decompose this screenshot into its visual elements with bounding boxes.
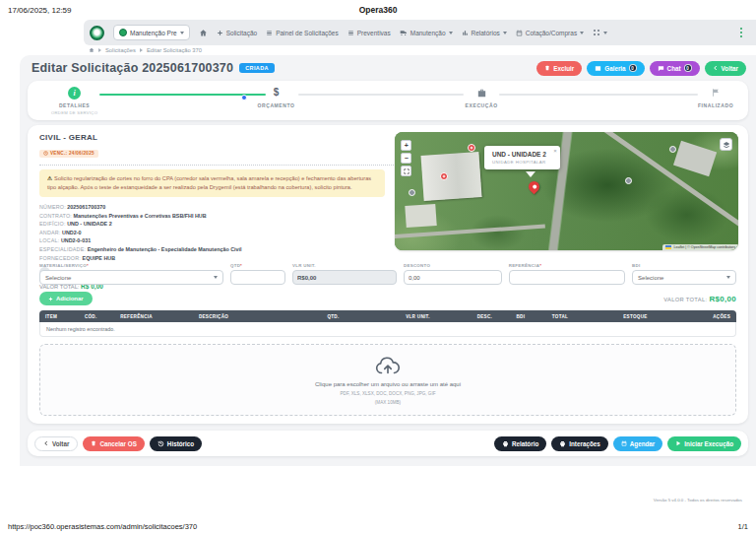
chevron-down-icon <box>726 276 730 279</box>
stepper-line <box>499 94 697 96</box>
bdi-select[interactable]: Selecione <box>632 270 736 285</box>
empty-table-row: Nenhum registro encontrado. <box>39 322 736 337</box>
breadcrumb-current: Editar Solicitação 370 <box>147 47 202 53</box>
adicionar-button[interactable]: Adicionar <box>39 292 93 305</box>
qtd-field: QTD* <box>230 263 285 285</box>
iniciar-execucao-button[interactable]: Iniciar Execução <box>667 436 741 451</box>
chat-count-badge: 0 <box>684 64 692 72</box>
nav-modules[interactable] <box>593 29 607 36</box>
form-valor-total-label: VALOR TOTAL: <box>663 297 707 302</box>
page-title: Editar Solicitação 2025061700370 <box>32 61 233 75</box>
step-finalizado-label: FINALIZADO <box>698 102 733 108</box>
step-execucao[interactable]: EXECUÇÃO <box>437 86 526 108</box>
galeria-button[interactable]: Galeria 0 <box>587 61 644 76</box>
step-orcamento[interactable]: $ ORÇAMENTO <box>232 86 321 108</box>
expand-icon <box>404 168 410 174</box>
nav-home[interactable] <box>199 29 208 37</box>
location-map[interactable]: × UND - UNIDADE 2 UNIDADE HOSPITALAR + −… <box>395 132 738 250</box>
historico-label: Histórico <box>167 440 194 447</box>
nav-relatorios[interactable]: Relatórios <box>462 30 507 36</box>
field-numero: NÚMERO: 2025061700370 <box>39 204 385 211</box>
breadcrumb-solicitacoes[interactable]: Solicitações <box>105 47 136 53</box>
clock-icon <box>43 151 48 156</box>
historico-button[interactable]: Histórico <box>150 436 202 451</box>
close-icon[interactable]: × <box>553 148 557 154</box>
file-upload-dropzone[interactable]: Clique para escolher um arquivo ou arras… <box>39 344 736 416</box>
chevron-left-icon <box>713 65 719 71</box>
col-item: ITEM <box>45 314 85 319</box>
agendar-button[interactable]: Agendar <box>613 436 663 451</box>
chat-button[interactable]: Chat 0 <box>650 61 700 76</box>
fullscreen-button[interactable] <box>401 166 411 176</box>
map-marker-icon[interactable] <box>409 189 415 196</box>
cancelar-os-button[interactable]: Cancelar OS <box>83 436 144 451</box>
page-header: Editar Solicitação 2025061700370 CRIADA … <box>32 57 746 79</box>
col-acoes: AÇÕES <box>688 314 731 319</box>
material-servico-select[interactable]: Selecione <box>39 270 223 285</box>
vlr-unit-field: VLR UNIT. <box>292 263 397 285</box>
nav-painel-solicitacoes[interactable]: Painel de Solicitações <box>266 30 339 36</box>
overflow-menu-button[interactable] <box>736 26 747 40</box>
field-edificio: EDIFÍCIO: UND - UNIDADE 2 <box>39 221 385 228</box>
hospital-marker-icon[interactable] <box>468 144 475 152</box>
interacoes-button[interactable]: Interações <box>551 436 608 451</box>
bdi-value: Selecione <box>638 275 663 281</box>
cancelar-os-label: Cancelar OS <box>99 440 136 447</box>
desconto-label: DESCONTO <box>404 263 502 268</box>
map-building <box>405 204 437 228</box>
printer-icon <box>502 440 509 447</box>
breadcrumb-separator <box>140 48 143 52</box>
desconto-field: DESCONTO <box>404 263 502 285</box>
add-row: Adicionar VALOR TOTAL:R$0,00 <box>39 292 736 305</box>
truck-icon <box>400 29 408 36</box>
due-badge-label: VENC.: 24/06/2025 <box>50 151 94 156</box>
form-valor-total-value: R$0,00 <box>709 295 736 303</box>
calendar-icon <box>621 440 627 446</box>
map-marker-icon[interactable] <box>625 177 632 184</box>
referencia-input[interactable] <box>509 270 625 285</box>
col-vlr-unit: VLR UNIT. <box>406 314 477 319</box>
vlr-unit-input <box>292 270 397 285</box>
nav-manutencao-label: Manutenção <box>410 30 446 36</box>
flag-icon <box>711 88 721 98</box>
relatorio-button[interactable]: Relatório <box>494 436 546 451</box>
voltar-top-button[interactable]: Voltar <box>705 61 746 76</box>
col-bdi: BDI <box>517 314 552 319</box>
qtd-input[interactable] <box>230 270 285 285</box>
referencia-label: REFERÊNCIA <box>509 263 540 268</box>
step-detalhes[interactable]: i DETALHES ORDEM DE SERVIÇO <box>31 86 119 115</box>
zoom-out-button[interactable]: − <box>401 153 411 164</box>
nav-painel-label: Painel de Solicitações <box>276 30 339 36</box>
nav-cotacao-compras[interactable]: Cotação/Compras <box>516 30 584 36</box>
voltar-bottom-button[interactable]: Voltar <box>34 436 78 451</box>
module-dropdown[interactable]: Manutenção Pre <box>113 25 190 40</box>
step-finalizado[interactable]: FINALIZADO <box>671 86 756 108</box>
chat-icon <box>658 65 664 72</box>
upload-text: Clique para escolher um arquivo ou arras… <box>315 381 461 387</box>
material-servico-value: Selecione <box>45 275 71 281</box>
galeria-count-badge: 0 <box>629 64 637 72</box>
chevron-down-icon <box>449 32 453 34</box>
bdi-field: BDI Selecione <box>632 263 736 285</box>
col-total: TOTAL <box>552 314 624 319</box>
home-icon[interactable] <box>89 47 94 53</box>
app-logo <box>90 26 104 40</box>
map-popup-subtitle: UNIDADE HOSPITALAR <box>492 160 546 165</box>
layers-button[interactable] <box>720 138 732 151</box>
excluir-button[interactable]: Excluir <box>536 61 582 76</box>
order-card: CIVIL - GERAL VENC.: 24/06/2025 ⚠Solicit… <box>28 125 748 424</box>
trash-icon <box>544 65 550 71</box>
plus-icon <box>48 297 53 301</box>
step-orcamento-badge <box>241 95 247 100</box>
status-badge: CRIADA <box>239 63 275 73</box>
nav-solicitacao[interactable]: Solicitação <box>217 30 257 36</box>
item-form: MATERIAL/SERVIÇO* Selecione QTD* VLR UNI… <box>39 263 736 285</box>
calendar-icon <box>516 30 523 36</box>
list-icon <box>266 30 273 36</box>
nav-manutencao[interactable]: Manutenção <box>400 29 453 36</box>
nav-preventivas[interactable]: Preventivas <box>347 30 391 36</box>
hospital-marker-icon[interactable] <box>440 172 448 180</box>
desconto-input[interactable] <box>404 270 502 285</box>
trash-icon <box>91 440 96 446</box>
zoom-in-button[interactable]: + <box>401 140 411 151</box>
